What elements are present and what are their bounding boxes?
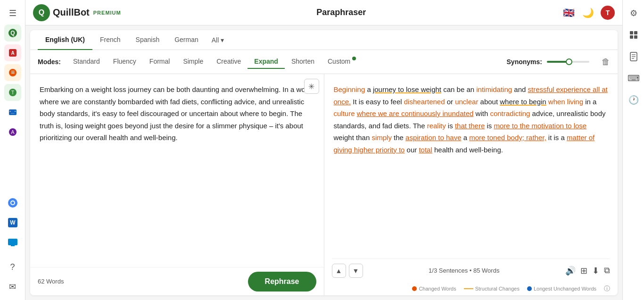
language-tabs: English (UK) French Spanish German All ▾	[30, 30, 618, 50]
document-icon[interactable]	[625, 48, 642, 65]
speaker-icon[interactable]: 🔊	[565, 266, 576, 276]
output-word: journey to lose weight	[373, 85, 441, 93]
dark-mode-icon[interactable]: 🌙	[582, 7, 594, 18]
sentence-info: 1/3 Sentences • 85 Words	[429, 267, 499, 274]
right-sidebar: ⚙ ⌨ 🕐	[622, 0, 644, 300]
output-word: intimidating	[476, 85, 512, 93]
output-word: culture	[334, 109, 355, 117]
right-footer-controls: ▲ ▼ 1/3 Sentences • 85 Words 🔊 ⊞ ⬇ ⧉	[332, 258, 611, 282]
logo-icon: Q	[33, 4, 50, 21]
synonyms-section: Synonyms: 🗑	[507, 57, 610, 67]
history-icon[interactable]: 🕐	[625, 92, 642, 108]
tab-french[interactable]: French	[92, 30, 128, 50]
panels: Embarking on a weight loss journey can b…	[30, 74, 618, 295]
logo: Q QuillBot PREMIUM	[33, 4, 121, 21]
download-icon[interactable]: ⬇	[592, 266, 599, 276]
mode-expand[interactable]: Expand	[248, 55, 285, 69]
output-word: Beginning	[334, 85, 365, 93]
svg-point-14	[11, 201, 14, 204]
svg-rect-23	[630, 35, 633, 39]
hamburger-icon[interactable]: ☰	[4, 5, 21, 22]
rephrase-button[interactable]: Rephrase	[248, 272, 316, 292]
mode-creative[interactable]: Creative	[210, 55, 248, 69]
logo-premium: PREMIUM	[93, 10, 121, 16]
output-word: where to begin	[500, 98, 546, 106]
tab-spanish[interactable]: Spanish	[128, 30, 167, 50]
mode-custom[interactable]: Custom	[321, 55, 357, 69]
output-word: more toned body; rather,	[469, 133, 546, 142]
output-word: total	[419, 146, 432, 154]
page-title: Paraphraser	[126, 8, 557, 17]
word-icon[interactable]: W	[4, 214, 21, 231]
svg-text:"...": "..."	[9, 110, 16, 115]
svg-rect-17	[8, 239, 17, 245]
mode-standard[interactable]: Standard	[66, 55, 107, 69]
output-word: that there	[455, 122, 485, 130]
chrome-icon[interactable]	[4, 194, 21, 211]
tab-all[interactable]: All ▾	[206, 30, 230, 50]
svg-text:≡: ≡	[10, 68, 14, 76]
paraphraser-card: English (UK) French Spanish German All ▾…	[30, 30, 618, 295]
mode-simple[interactable]: Simple	[176, 55, 210, 69]
output-word: more to the motivation to lose	[494, 122, 586, 130]
svg-text:W: W	[10, 219, 16, 226]
output-actions: 🔊 ⊞ ⬇ ⧉	[565, 266, 610, 276]
svg-rect-21	[630, 31, 633, 34]
logo-text: QuillBot	[53, 7, 90, 18]
input-text[interactable]: Embarking on a weight loss journey can b…	[30, 74, 324, 295]
svg-rect-22	[634, 31, 637, 34]
changed-dot	[412, 286, 417, 291]
settings-icon[interactable]: ⚙	[625, 5, 642, 22]
left-panel-footer: 62 Words Rephrase	[30, 267, 324, 295]
compare-icon[interactable]: ⊞	[580, 266, 587, 276]
legend: Changed Words Structural Changes Longest…	[332, 282, 611, 295]
copy-icon[interactable]: ⧉	[604, 266, 610, 275]
tab-english-uk[interactable]: English (UK)	[38, 30, 92, 50]
unchanged-words-legend: Longest Unchanged Words	[527, 286, 596, 292]
delete-icon[interactable]: 🗑	[602, 57, 610, 67]
translate-icon[interactable]: A	[4, 124, 21, 141]
mode-shorten[interactable]: Shorten	[285, 55, 321, 69]
output-word: simply	[372, 133, 392, 142]
right-panel-footer: ▲ ▼ 1/3 Sentences • 85 Words 🔊 ⊞ ⬇ ⧉	[324, 258, 618, 295]
translator-icon[interactable]: T	[4, 84, 21, 101]
keyboard-icon[interactable]: ⌨	[625, 70, 642, 87]
prev-sentence-button[interactable]: ▲	[332, 264, 346, 278]
legend-info-icon[interactable]: ⓘ	[604, 284, 610, 293]
svg-rect-24	[634, 35, 637, 39]
structural-changes-legend: Structural Changes	[464, 286, 520, 292]
language-flag-icon[interactable]: 🇬🇧	[561, 6, 576, 20]
output-word: unclear	[455, 98, 478, 106]
word-count: 62 Words	[38, 278, 64, 285]
next-sentence-button[interactable]: ▼	[349, 264, 363, 278]
sentence-nav: ▲ ▼	[332, 264, 363, 278]
header-right: 🇬🇧 🌙 T	[561, 6, 615, 20]
freeze-icon[interactable]: ✳	[304, 79, 319, 94]
chevron-down-icon: ▾	[221, 36, 224, 44]
changed-label: Changed Words	[419, 286, 456, 292]
avatar[interactable]: T	[601, 6, 615, 20]
output-word: reality	[427, 122, 446, 130]
mail-icon[interactable]: ✉	[4, 278, 21, 295]
mode-bar: Modes: Standard Fluency Formal Simple Cr…	[30, 50, 618, 74]
mode-fluency[interactable]: Fluency	[107, 55, 143, 69]
structural-line	[464, 288, 473, 289]
synonyms-slider[interactable]	[547, 61, 589, 63]
output-word: when living	[548, 98, 583, 106]
monitor-icon[interactable]	[4, 234, 21, 251]
svg-text:A: A	[11, 129, 15, 135]
tab-german[interactable]: German	[167, 30, 206, 50]
unchanged-label: Longest Unchanged Words	[534, 286, 596, 292]
citation-icon[interactable]: "..."	[4, 104, 21, 121]
output-word: aspiration to have	[405, 133, 461, 142]
mode-formal[interactable]: Formal	[143, 55, 177, 69]
paraphraser-icon[interactable]: Q	[4, 25, 21, 42]
grammar-icon[interactable]: A	[4, 44, 21, 61]
changed-words-legend: Changed Words	[412, 286, 456, 292]
help-icon[interactable]: ?	[4, 258, 21, 275]
svg-text:Q: Q	[10, 30, 15, 36]
right-panel: Beginning a journey to lose weight can b…	[324, 74, 618, 295]
unchanged-dot	[527, 286, 532, 291]
summarizer-icon[interactable]: ≡	[4, 64, 21, 81]
layout-icon[interactable]	[625, 26, 642, 43]
